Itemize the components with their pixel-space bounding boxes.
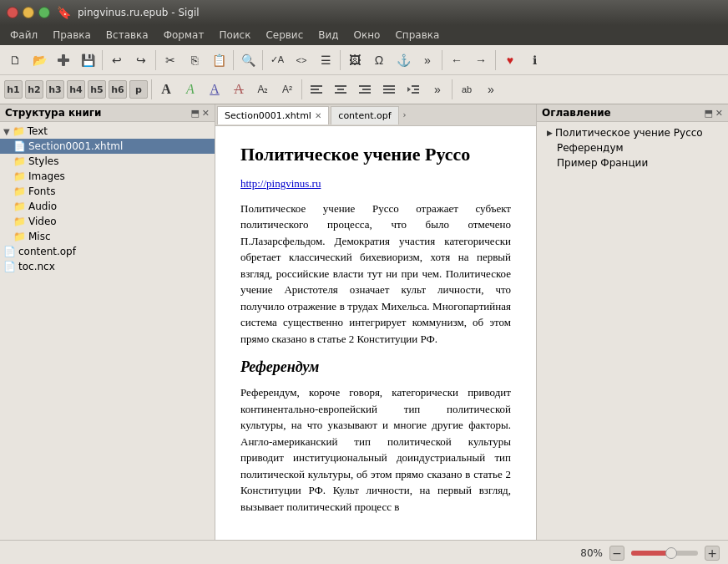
tabs-scroll-right-icon[interactable]: ›	[401, 110, 409, 119]
tab-close-section0001[interactable]: ✕	[315, 111, 321, 120]
content-link[interactable]: http://pingvinus.ru	[240, 177, 511, 191]
open-button[interactable]: 📂	[28, 48, 51, 72]
paste-button[interactable]: 📋	[207, 48, 230, 72]
new-button[interactable]: 🗋	[3, 48, 27, 72]
tree-item-fonts[interactable]: 📁 Fonts	[0, 184, 215, 199]
spellcheck-button[interactable]: ✓A	[265, 48, 289, 72]
minimize-button[interactable]	[23, 7, 34, 18]
tree-label-misc: Misc	[28, 231, 51, 242]
h4-button[interactable]: h4	[67, 80, 85, 99]
sep-h	[151, 79, 152, 99]
h3-button[interactable]: h3	[46, 80, 64, 99]
tree-item-section0001[interactable]: 📄 Section0001.xhtml	[0, 139, 215, 154]
more2-button[interactable]: »	[426, 78, 449, 101]
cut-button[interactable]: ✂	[159, 48, 182, 72]
menu-item-вставка[interactable]: Вставка	[99, 28, 155, 43]
h2-button[interactable]: h2	[25, 80, 43, 99]
align-center-button[interactable]	[329, 78, 352, 101]
tree-item-misc[interactable]: 📁 Misc	[0, 229, 215, 244]
bookmark-button[interactable]: ♥	[498, 48, 522, 72]
codeview-button[interactable]: <>	[290, 48, 313, 72]
menu-item-сервис[interactable]: Сервис	[259, 28, 310, 43]
tab-content-opf[interactable]: content.opf	[331, 106, 398, 124]
justify-button[interactable]	[377, 78, 401, 101]
align-right-button[interactable]	[353, 78, 377, 101]
zoom-in-button[interactable]: +	[705, 546, 720, 561]
content-title: Политическое учение Руссо	[240, 143, 511, 167]
right-panel-icons: ⬒ ✕	[704, 108, 723, 119]
maximize-button[interactable]	[38, 7, 50, 18]
align-left-button[interactable]	[305, 78, 328, 101]
save-button[interactable]: 💾	[76, 48, 99, 72]
editor-content[interactable]: Политическое учение Руссо http://pingvin…	[215, 126, 536, 540]
zoom-out-button[interactable]: −	[609, 546, 624, 561]
tree-item-text[interactable]: ▼ 📁 Text	[0, 124, 215, 139]
undo-button[interactable]: ↩	[105, 48, 129, 72]
sep2	[155, 50, 156, 70]
menu-item-формат[interactable]: Формат	[157, 28, 211, 43]
left-panel-undock-icon[interactable]: ⬒	[190, 108, 199, 119]
special-char-button[interactable]: Ω	[367, 48, 391, 72]
tree-label-audio: Audio	[28, 201, 57, 212]
sep1	[102, 50, 103, 70]
tree-label-styles: Styles	[28, 155, 58, 167]
add-button[interactable]	[52, 48, 75, 72]
toc-label-rousseau: Политическое учение Руссо	[555, 127, 703, 139]
app-icon: 🔖	[57, 6, 71, 19]
bold-button[interactable]: A	[154, 78, 178, 101]
zoom-slider[interactable]	[631, 551, 698, 556]
menu-item-вид[interactable]: Вид	[311, 28, 345, 43]
right-panel-undock-icon[interactable]: ⬒	[704, 108, 712, 119]
right-panel: Оглавление ⬒ ✕ ▶ Политическое учение Рус…	[536, 104, 728, 540]
tree-item-video[interactable]: 📁 Video	[0, 214, 215, 229]
back-button[interactable]: ←	[445, 48, 468, 72]
h6-button[interactable]: h6	[109, 80, 127, 99]
italic-button[interactable]: A	[179, 78, 202, 101]
menu-item-справка[interactable]: Справка	[388, 28, 446, 43]
menu-item-поиск[interactable]: Поиск	[212, 28, 257, 43]
toc-item-referendum[interactable]: Референдум	[543, 140, 721, 155]
zoom-slider-thumb[interactable]	[665, 547, 677, 559]
underline-button[interactable]: A	[203, 78, 226, 101]
strikethrough-button[interactable]: A	[227, 78, 250, 101]
h5-button[interactable]: h5	[88, 80, 106, 99]
insert-image-button[interactable]: 🖼	[343, 48, 367, 72]
menu-item-окно[interactable]: Окно	[347, 28, 387, 43]
tree-item-styles[interactable]: 📁 Styles	[0, 154, 215, 169]
folder-icon-video: 📁	[13, 216, 26, 227]
file-icon-section0001: 📄	[13, 140, 26, 152]
superscript-button[interactable]: A²	[276, 78, 299, 101]
tree-item-toc-ncx[interactable]: 📄 toc.ncx	[0, 259, 215, 274]
copy-button[interactable]: ⎘	[183, 48, 206, 72]
folder-icon-audio: 📁	[13, 201, 26, 212]
tab-section0001[interactable]: Section0001.xhtml ✕	[217, 106, 329, 124]
svg-marker-17	[407, 87, 411, 92]
tree-label-toc-ncx: toc.ncx	[18, 261, 55, 272]
content-para-2: Референдум, короче говоря, категорически…	[240, 384, 511, 515]
close-button[interactable]	[7, 7, 18, 18]
h1-button[interactable]: h1	[4, 80, 23, 99]
toc-item-france[interactable]: Пример Франции	[543, 155, 721, 170]
anchor-button[interactable]: ⚓	[392, 48, 415, 72]
font-ab-button[interactable]: ab	[455, 78, 478, 101]
window-controls[interactable]	[7, 7, 50, 18]
info-button[interactable]: ℹ	[523, 48, 546, 72]
tree-item-images[interactable]: 📁 Images	[0, 169, 215, 184]
left-panel-close-icon[interactable]: ✕	[202, 108, 210, 119]
find-button[interactable]: 🔍	[236, 48, 260, 72]
redo-button[interactable]: ↪	[129, 48, 153, 72]
more3-button[interactable]: »	[479, 78, 503, 101]
toc-item-rousseau[interactable]: ▶ Политическое учение Руссо	[543, 125, 721, 140]
more1-button[interactable]: »	[416, 48, 439, 72]
right-panel-close-icon[interactable]: ✕	[715, 108, 723, 119]
metadata-button[interactable]: ☰	[314, 48, 337, 72]
menu-item-правка[interactable]: Правка	[46, 28, 98, 43]
statusbar: 80% − +	[0, 540, 728, 564]
subscript-button[interactable]: A₂	[251, 78, 275, 101]
tree-item-audio[interactable]: 📁 Audio	[0, 199, 215, 214]
forward-button[interactable]: →	[469, 48, 493, 72]
p-button[interactable]: p	[129, 80, 148, 99]
tree-item-content-opf[interactable]: 📄 content.opf	[0, 244, 215, 259]
menu-item-файл[interactable]: Файл	[3, 28, 44, 43]
indent-button[interactable]	[402, 78, 425, 101]
